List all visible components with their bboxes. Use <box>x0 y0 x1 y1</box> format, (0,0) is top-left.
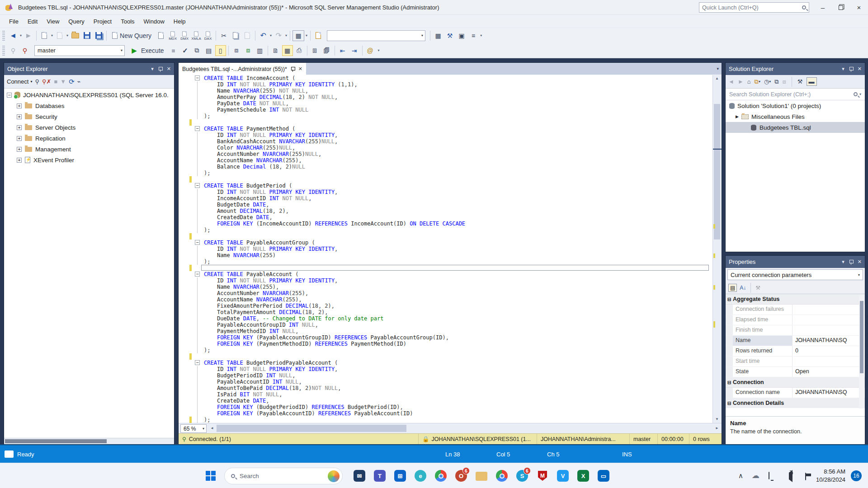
code-line[interactable]: AccountName NVARCHAR(255), <box>179 157 712 164</box>
panel-menu-caret-icon[interactable]: ▾ <box>842 66 844 72</box>
selector-caret[interactable]: ▾ <box>306 33 307 38</box>
change-connection-button[interactable]: ⚲ <box>19 45 30 56</box>
menu-project[interactable]: Project <box>89 16 116 27</box>
intellisense-toggle-button[interactable]: ▯ <box>215 45 226 56</box>
code-line[interactable]: IncomeAccountID INT NOT NULL, <box>179 195 712 202</box>
cut-button[interactable]: ✂ <box>218 30 229 41</box>
property-row[interactable]: Elapsed time <box>726 315 865 325</box>
sidebar-item-security[interactable]: +Security <box>4 111 174 122</box>
vscode-icon[interactable]: V <box>557 470 569 482</box>
code-line[interactable]: ID INT NOT NULL PRIMARY KEY IDENTITY, <box>179 246 712 252</box>
code-line[interactable] <box>179 176 712 183</box>
code-line[interactable]: Name NVARCHAR(255) NOT NULL, <box>179 88 712 94</box>
connect-db-button[interactable]: ⚲ <box>8 45 19 56</box>
document-tab[interactable]: Budgetees TBL.sql -...Administrator (55)… <box>179 63 306 75</box>
parse-button[interactable]: ✓ <box>180 45 191 56</box>
code-line[interactable]: CreateDate DATE, <box>179 398 712 404</box>
close-icon[interactable]: ✕ <box>858 66 862 72</box>
vscroll-thumb[interactable] <box>714 104 720 239</box>
menu-help[interactable]: Help <box>169 16 190 27</box>
battery-icon[interactable] <box>805 473 806 480</box>
toolbar-grip[interactable] <box>2 31 5 41</box>
code-line[interactable]: DueDate DATE, -- Changed to DATE for onl… <box>179 315 712 322</box>
property-value[interactable] <box>793 315 865 325</box>
fold-collapse-icon[interactable]: − <box>195 240 200 245</box>
switch-views-icon[interactable]: ⧉▾ <box>755 78 760 85</box>
filter-icon[interactable]: ▼ <box>60 78 66 85</box>
disconnect-plug-icon[interactable]: ⚲✗ <box>42 78 51 85</box>
close-icon[interactable]: ✕ <box>167 66 171 72</box>
code-line[interactable]: BudgetDate DATE, <box>179 202 712 208</box>
editor-hscroll-thumb[interactable] <box>217 425 406 432</box>
hscroll-right-arrow[interactable]: ► <box>715 426 719 430</box>
forward-icon[interactable]: ► <box>738 78 744 85</box>
collapse-all-icon[interactable]: ⧈ <box>783 78 786 85</box>
restore-button[interactable] <box>832 0 850 15</box>
paste-button[interactable] <box>242 30 253 41</box>
code-line[interactable]: −CREATE TABLE PayableAccount ( <box>179 271 712 277</box>
property-row[interactable]: Connection nameJOHANNATHAN\SQ <box>726 388 865 398</box>
object-explorer-hscrollbar[interactable] <box>4 438 174 444</box>
new-query-button[interactable]: New Query <box>109 30 155 41</box>
search-highlight-icon[interactable] <box>328 470 340 482</box>
properties-wrench-icon[interactable]: ⚒ <box>797 78 803 85</box>
new-mdx-query-button[interactable]: MDX <box>167 30 178 41</box>
code-line[interactable]: FOREIGN KEY (PayableAccountGroupID) REFE… <box>179 334 712 341</box>
navigate-back-caret[interactable]: ▾ <box>20 33 22 38</box>
results-to-text-button[interactable]: 🗎 <box>270 45 281 56</box>
properties-scrollbar[interactable] <box>859 295 864 408</box>
home-icon[interactable]: ⌂ <box>747 78 751 85</box>
clock[interactable]: 8:56 AM 10/28/2024 <box>814 468 845 484</box>
wrench-tool-button[interactable]: ⚒ <box>444 30 455 41</box>
fold-collapse-icon[interactable]: − <box>195 126 200 131</box>
code-line[interactable]: FOREIGN KEY (PayableAccountID) REFERENCE… <box>179 410 712 417</box>
preview-selected-toggle-icon[interactable]: ▬ <box>807 77 817 86</box>
increase-indent-button[interactable]: ⇥ <box>349 45 360 56</box>
code-line[interactable]: ); <box>179 417 712 423</box>
categorized-view-icon[interactable]: ▤ <box>728 284 737 292</box>
code-line[interactable]: −CREATE TABLE PayableAccountGroup ( <box>179 239 712 246</box>
code-line[interactable]: AccountNumber NVARCHAR(255), <box>179 290 712 296</box>
results-to-grid-button[interactable]: ▦ <box>282 45 293 56</box>
execute-icon[interactable]: ▶ <box>129 45 140 56</box>
code-line[interactable]: ID INT NOT NULL PRIMARY KEY IDENTITY, <box>179 277 712 284</box>
file-explorer-icon[interactable] <box>476 472 487 481</box>
menu-tools[interactable]: Tools <box>116 16 139 27</box>
property-value[interactable]: Open <box>793 367 865 377</box>
sidebar-item-management[interactable]: +Management <box>4 144 174 155</box>
database-combo[interactable]: master▾ <box>34 45 125 56</box>
network-display-icon[interactable] <box>769 472 769 479</box>
property-value[interactable]: JOHANNATHAN\SQ <box>793 336 865 346</box>
expand-box-icon[interactable]: + <box>17 158 22 163</box>
properties-scroll-thumb[interactable] <box>860 301 863 373</box>
expand-box-icon[interactable]: + <box>17 103 22 108</box>
property-row[interactable]: Rows returned0 <box>726 346 865 357</box>
code-line[interactable]: Color NVARCHAR(255)NULL, <box>179 145 712 151</box>
hscroll-thumb[interactable] <box>5 439 107 443</box>
code-line[interactable] <box>179 119 712 126</box>
code-editor[interactable]: −CREATE TABLE IncomeAccount ( ID INT NOT… <box>179 75 712 423</box>
fold-collapse-icon[interactable]: − <box>195 183 200 188</box>
comment-button[interactable]: 🗏 <box>310 45 321 56</box>
connect-plug-icon[interactable]: ⚲ <box>35 78 39 85</box>
code-line[interactable]: IsPaid BIT NOT NULL, <box>179 391 712 398</box>
rdp-icon[interactable]: ▭ <box>598 470 609 482</box>
code-line[interactable]: −CREATE TABLE IncomeAccount ( <box>179 75 712 81</box>
code-line[interactable]: CreatedDate DATE, <box>179 214 712 221</box>
code-line[interactable]: ID INT NOT NULL PRIMARY KEY IDENTITY, <box>179 132 712 138</box>
refresh-icon[interactable]: ⟳ <box>69 78 75 86</box>
code-line[interactable]: AmountToBePaid DECIMAL(18, 2)NOT NULL, <box>179 385 712 391</box>
chrome2-icon[interactable] <box>496 470 508 482</box>
navigate-back-button[interactable]: ◄ <box>8 30 19 41</box>
stop-icon[interactable]: ■ <box>54 78 57 85</box>
volume-icon[interactable] <box>786 470 793 482</box>
toolbar-overflow-caret[interactable]: ▾ <box>378 48 380 52</box>
menu-edit[interactable]: Edit <box>23 16 42 27</box>
fold-collapse-icon[interactable]: − <box>195 360 200 365</box>
property-row[interactable]: StateOpen <box>726 367 865 377</box>
properties-header[interactable]: Properties ▾✕ <box>726 256 865 268</box>
notification-badge[interactable]: 16 <box>851 470 862 481</box>
chrome-icon[interactable] <box>435 470 447 482</box>
code-line[interactable]: ); <box>179 113 712 119</box>
uncomment-button[interactable]: 🗐 <box>321 45 332 56</box>
